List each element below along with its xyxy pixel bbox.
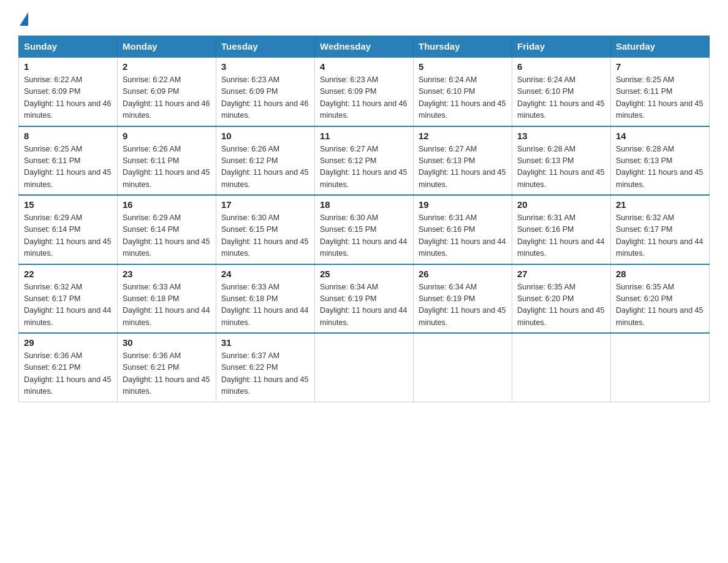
calendar-cell: 8 Sunrise: 6:25 AMSunset: 6:11 PMDayligh…: [19, 126, 118, 196]
calendar-cell: 14 Sunrise: 6:28 AMSunset: 6:13 PMDaylig…: [611, 126, 710, 196]
calendar-cell: 15 Sunrise: 6:29 AMSunset: 6:14 PMDaylig…: [19, 195, 118, 264]
logo: [18, 12, 28, 25]
calendar-cell: 30 Sunrise: 6:36 AMSunset: 6:21 PMDaylig…: [118, 333, 216, 402]
day-info: Sunrise: 6:33 AMSunset: 6:18 PMDaylight:…: [221, 283, 308, 327]
calendar-week-row: 8 Sunrise: 6:25 AMSunset: 6:11 PMDayligh…: [19, 126, 710, 196]
day-info: Sunrise: 6:35 AMSunset: 6:20 PMDaylight:…: [616, 283, 703, 327]
calendar-cell: 9 Sunrise: 6:26 AMSunset: 6:11 PMDayligh…: [118, 126, 216, 196]
calendar-cell: 20 Sunrise: 6:31 AMSunset: 6:16 PMDaylig…: [512, 195, 611, 264]
calendar-cell: 24 Sunrise: 6:33 AMSunset: 6:18 PMDaylig…: [216, 264, 315, 334]
day-number: 7: [616, 61, 704, 72]
calendar-week-row: 15 Sunrise: 6:29 AMSunset: 6:14 PMDaylig…: [19, 195, 710, 264]
day-number: 24: [221, 269, 309, 279]
calendar-header-saturday: Saturday: [611, 36, 710, 58]
calendar-cell: 10 Sunrise: 6:26 AMSunset: 6:12 PMDaylig…: [216, 126, 315, 196]
day-number: 28: [616, 269, 704, 279]
calendar-cell: 28 Sunrise: 6:35 AMSunset: 6:20 PMDaylig…: [611, 264, 710, 334]
day-info: Sunrise: 6:28 AMSunset: 6:13 PMDaylight:…: [517, 145, 604, 189]
calendar-cell: 19 Sunrise: 6:31 AMSunset: 6:16 PMDaylig…: [414, 195, 512, 264]
calendar-header-wednesday: Wednesday: [315, 36, 414, 58]
calendar-cell: 21 Sunrise: 6:32 AMSunset: 6:17 PMDaylig…: [611, 195, 710, 264]
day-info: Sunrise: 6:31 AMSunset: 6:16 PMDaylight:…: [419, 213, 506, 258]
day-info: Sunrise: 6:24 AMSunset: 6:10 PMDaylight:…: [419, 75, 506, 120]
day-number: 9: [123, 131, 211, 141]
calendar-header-friday: Friday: [512, 36, 611, 58]
calendar-header-sunday: Sunday: [19, 36, 118, 58]
day-number: 2: [123, 61, 211, 72]
calendar-cell: 4 Sunrise: 6:23 AMSunset: 6:09 PMDayligh…: [315, 57, 414, 126]
day-number: 18: [320, 199, 408, 210]
day-number: 12: [419, 131, 507, 141]
day-info: Sunrise: 6:31 AMSunset: 6:16 PMDaylight:…: [517, 213, 604, 258]
calendar-header-thursday: Thursday: [414, 36, 512, 58]
day-info: Sunrise: 6:23 AMSunset: 6:09 PMDaylight:…: [320, 75, 407, 120]
calendar-cell: 1 Sunrise: 6:22 AMSunset: 6:09 PMDayligh…: [19, 57, 118, 126]
calendar-cell: 22 Sunrise: 6:32 AMSunset: 6:17 PMDaylig…: [19, 264, 118, 334]
calendar-cell: 11 Sunrise: 6:27 AMSunset: 6:12 PMDaylig…: [315, 126, 414, 196]
day-info: Sunrise: 6:27 AMSunset: 6:13 PMDaylight:…: [419, 145, 506, 189]
day-info: Sunrise: 6:37 AMSunset: 6:22 PMDaylight:…: [221, 351, 308, 396]
day-number: 6: [517, 61, 605, 72]
day-info: Sunrise: 6:32 AMSunset: 6:17 PMDaylight:…: [616, 213, 703, 258]
day-number: 17: [221, 199, 309, 210]
day-number: 21: [616, 199, 704, 210]
calendar-header-row: SundayMondayTuesdayWednesdayThursdayFrid…: [19, 36, 710, 58]
calendar-cell: 13 Sunrise: 6:28 AMSunset: 6:13 PMDaylig…: [512, 126, 611, 196]
day-info: Sunrise: 6:24 AMSunset: 6:10 PMDaylight:…: [517, 75, 604, 120]
day-number: 4: [320, 61, 408, 72]
day-number: 31: [221, 337, 309, 348]
day-info: Sunrise: 6:32 AMSunset: 6:17 PMDaylight:…: [24, 283, 111, 327]
calendar-cell: 27 Sunrise: 6:35 AMSunset: 6:20 PMDaylig…: [512, 264, 611, 334]
day-number: 13: [517, 131, 605, 141]
day-number: 14: [616, 131, 704, 141]
day-info: Sunrise: 6:28 AMSunset: 6:13 PMDaylight:…: [616, 145, 703, 189]
calendar-cell: [512, 333, 611, 402]
day-info: Sunrise: 6:29 AMSunset: 6:14 PMDaylight:…: [123, 213, 210, 258]
calendar-cell: 6 Sunrise: 6:24 AMSunset: 6:10 PMDayligh…: [512, 57, 611, 126]
calendar-cell: 29 Sunrise: 6:36 AMSunset: 6:21 PMDaylig…: [19, 333, 118, 402]
day-number: 5: [419, 61, 507, 72]
day-number: 26: [419, 269, 507, 279]
calendar-week-row: 1 Sunrise: 6:22 AMSunset: 6:09 PMDayligh…: [19, 57, 710, 126]
calendar-cell: 23 Sunrise: 6:33 AMSunset: 6:18 PMDaylig…: [118, 264, 216, 334]
day-info: Sunrise: 6:26 AMSunset: 6:11 PMDaylight:…: [123, 145, 210, 189]
day-info: Sunrise: 6:27 AMSunset: 6:12 PMDaylight:…: [320, 145, 407, 189]
day-number: 25: [320, 269, 408, 279]
day-info: Sunrise: 6:23 AMSunset: 6:09 PMDaylight:…: [221, 75, 308, 120]
calendar-cell: 17 Sunrise: 6:30 AMSunset: 6:15 PMDaylig…: [216, 195, 315, 264]
day-info: Sunrise: 6:36 AMSunset: 6:21 PMDaylight:…: [123, 351, 210, 396]
calendar-cell: 25 Sunrise: 6:34 AMSunset: 6:19 PMDaylig…: [315, 264, 414, 334]
page-header: [18, 12, 710, 25]
calendar-cell: 31 Sunrise: 6:37 AMSunset: 6:22 PMDaylig…: [216, 333, 315, 402]
day-info: Sunrise: 6:22 AMSunset: 6:09 PMDaylight:…: [123, 75, 210, 120]
day-info: Sunrise: 6:30 AMSunset: 6:15 PMDaylight:…: [221, 213, 308, 258]
calendar-cell: [315, 333, 414, 402]
calendar-week-row: 29 Sunrise: 6:36 AMSunset: 6:21 PMDaylig…: [19, 333, 710, 402]
day-info: Sunrise: 6:22 AMSunset: 6:09 PMDaylight:…: [24, 75, 111, 120]
day-info: Sunrise: 6:25 AMSunset: 6:11 PMDaylight:…: [24, 145, 111, 189]
day-number: 15: [24, 199, 112, 210]
day-number: 22: [24, 269, 112, 279]
day-number: 10: [221, 131, 309, 141]
calendar-week-row: 22 Sunrise: 6:32 AMSunset: 6:17 PMDaylig…: [19, 264, 710, 334]
calendar-cell: [414, 333, 512, 402]
day-number: 29: [24, 337, 112, 348]
day-info: Sunrise: 6:29 AMSunset: 6:14 PMDaylight:…: [24, 213, 111, 258]
day-info: Sunrise: 6:35 AMSunset: 6:20 PMDaylight:…: [517, 283, 604, 327]
day-info: Sunrise: 6:25 AMSunset: 6:11 PMDaylight:…: [616, 75, 703, 120]
calendar-cell: 16 Sunrise: 6:29 AMSunset: 6:14 PMDaylig…: [118, 195, 216, 264]
calendar-cell: 5 Sunrise: 6:24 AMSunset: 6:10 PMDayligh…: [414, 57, 512, 126]
logo-triangle-icon: [20, 12, 28, 26]
day-info: Sunrise: 6:34 AMSunset: 6:19 PMDaylight:…: [320, 283, 407, 327]
day-info: Sunrise: 6:26 AMSunset: 6:12 PMDaylight:…: [221, 145, 308, 189]
day-info: Sunrise: 6:34 AMSunset: 6:19 PMDaylight:…: [419, 283, 506, 327]
calendar-table: SundayMondayTuesdayWednesdayThursdayFrid…: [18, 36, 710, 402]
day-number: 1: [24, 61, 112, 72]
calendar-cell: 26 Sunrise: 6:34 AMSunset: 6:19 PMDaylig…: [414, 264, 512, 334]
day-number: 11: [320, 131, 408, 141]
calendar-cell: 3 Sunrise: 6:23 AMSunset: 6:09 PMDayligh…: [216, 57, 315, 126]
day-number: 16: [123, 199, 211, 210]
calendar-cell: 7 Sunrise: 6:25 AMSunset: 6:11 PMDayligh…: [611, 57, 710, 126]
calendar-header-monday: Monday: [118, 36, 216, 58]
calendar-cell: 2 Sunrise: 6:22 AMSunset: 6:09 PMDayligh…: [118, 57, 216, 126]
